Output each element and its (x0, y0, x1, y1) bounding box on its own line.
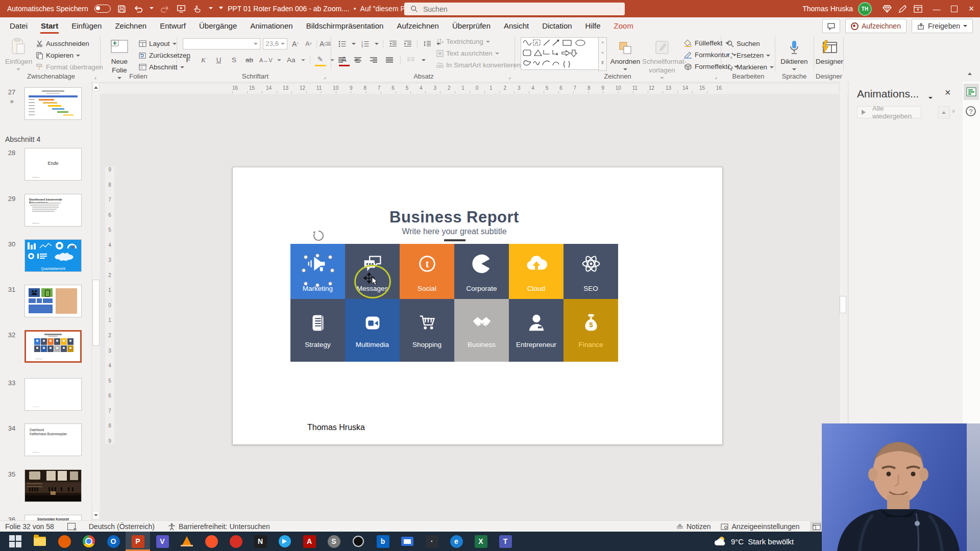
animation-pane-toggle[interactable] (964, 84, 979, 100)
search-bar[interactable] (404, 3, 625, 15)
brave-icon[interactable] (199, 532, 224, 551)
designer-button[interactable]: Designer (816, 37, 842, 66)
undo-icon[interactable] (133, 4, 143, 14)
user-name[interactable]: Thomas Hruska (802, 5, 853, 13)
powerpoint-icon[interactable]: P (126, 532, 150, 551)
rotate-handle-icon[interactable] (312, 230, 325, 242)
line-spacing-button[interactable] (422, 38, 432, 49)
clipboard-dialog-launcher[interactable]: ⌟ (94, 73, 96, 80)
spellcheck-icon[interactable]: ✕ (67, 523, 76, 530)
touch-mode-dropdown-icon[interactable] (209, 7, 213, 11)
section-button[interactable]: Abschnitt (139, 61, 184, 73)
help-icon[interactable]: ? (966, 106, 976, 116)
decrease-indent-button[interactable] (387, 38, 398, 49)
minimize-button[interactable]: — (928, 0, 945, 17)
close-button[interactable]: × (963, 0, 980, 17)
cut-button[interactable]: Ausschneiden (36, 38, 89, 49)
layout-button[interactable]: Layout (139, 38, 177, 49)
slide-title[interactable]: Business Report (290, 208, 618, 227)
change-case-button[interactable]: Aa (286, 55, 297, 65)
collapse-ribbon-icon[interactable] (968, 70, 972, 78)
bullets-button[interactable] (337, 38, 348, 49)
edge-icon[interactable]: e (444, 532, 469, 551)
tab-datei[interactable]: Datei (3, 17, 34, 34)
tab-hilfe[interactable]: Hilfe (579, 17, 607, 34)
find-button[interactable]: Suchen (727, 38, 760, 49)
tile-cloud[interactable]: Cloud (509, 244, 564, 299)
comments-button[interactable] (822, 19, 840, 33)
slide-thumbnail-32[interactable] (24, 330, 82, 363)
tile-social[interactable]: tSocial (400, 244, 454, 299)
scroll-up-icon[interactable] (92, 83, 100, 91)
columns-button[interactable] (406, 55, 416, 65)
gray-app-icon[interactable]: S (322, 532, 346, 551)
firefox-icon[interactable] (52, 532, 77, 551)
slide-thumbnail-36[interactable]: Speiseplan Konzept (24, 515, 82, 520)
slide-thumbnail-34[interactable]: Dashbord Kaffeehaus Businessplan (24, 423, 82, 456)
redo-icon[interactable] (160, 4, 170, 14)
start-slideshow-icon[interactable] (176, 4, 186, 14)
tab-einfügen[interactable]: Einfügen (65, 17, 108, 34)
telegram-icon[interactable] (273, 532, 297, 551)
font-name-input[interactable] (183, 38, 260, 49)
normal-view-button[interactable] (810, 521, 823, 532)
pane-chevron-down-icon[interactable] (928, 94, 933, 103)
selection-handle[interactable] (328, 255, 332, 259)
selection-handle[interactable] (304, 255, 308, 259)
numbering-button[interactable]: 123 (360, 38, 371, 49)
align-center-button[interactable] (353, 55, 363, 65)
record-button[interactable]: Aufzeichnen (845, 19, 906, 33)
selection-handle[interactable] (302, 268, 306, 272)
justify-button[interactable] (384, 55, 395, 65)
tile-finance[interactable]: $Finance (564, 299, 618, 362)
violet-app-icon[interactable]: V (150, 532, 175, 551)
selection-handle[interactable] (304, 282, 308, 286)
slide-thumbnail-27[interactable] (24, 87, 82, 120)
slide-subtitle[interactable]: Write here your great subtitle (290, 227, 618, 236)
select-button[interactable]: Markieren (727, 61, 774, 73)
bold-button[interactable]: F (183, 55, 193, 65)
shape-gallery[interactable]: A {} ˄˅⊽ (521, 37, 599, 70)
format-painter-button[interactable]: Format übertragen (36, 61, 103, 73)
underline-button[interactable]: U (213, 55, 224, 65)
scroll-down-icon[interactable] (92, 511, 100, 519)
increase-font-icon[interactable]: A^ (290, 38, 301, 49)
selection-handle[interactable] (328, 282, 332, 286)
tab-ansicht[interactable]: Ansicht (497, 17, 535, 34)
slide-thumbnail-30[interactable]: Quartalsbericht (24, 239, 82, 272)
tab-bildschirmpräsentation[interactable]: Bildschirmpräsentation (300, 17, 390, 34)
tab-animationen[interactable]: Animationen (243, 17, 299, 34)
tab-zeichnen[interactable]: Zeichnen (108, 17, 153, 34)
tile-business[interactable]: Business (454, 299, 509, 362)
tab-aufzeichnen[interactable]: Aufzeichnen (390, 17, 446, 34)
shape-gallery-scroll[interactable]: ˄˅⊽ (598, 37, 607, 71)
excel-icon[interactable]: X (469, 532, 493, 551)
highlight-color-button[interactable]: ✎ (315, 54, 326, 66)
increase-indent-button[interactable] (402, 38, 413, 49)
char-spacing-button[interactable]: A↔V (259, 55, 273, 65)
drawing-dialog-launcher[interactable]: ⌟ (715, 73, 717, 80)
clear-formatting-icon[interactable]: A⌫ (320, 38, 331, 49)
avatar[interactable]: TH (858, 2, 872, 16)
tile-corporate[interactable]: Corporate (454, 244, 509, 299)
align-text-button[interactable]: Text ausrichten (436, 47, 499, 59)
tab-start[interactable]: Start (34, 17, 65, 34)
coming-soon-pen-icon[interactable] (897, 4, 908, 14)
tile-shopping[interactable]: Shopping (400, 299, 454, 362)
remote-desktop-icon[interactable] (395, 532, 420, 551)
slide-thumbnail-28[interactable]: Ende (24, 148, 82, 181)
save-icon[interactable] (117, 4, 127, 14)
slide-thumbnail-31[interactable] (24, 285, 82, 317)
share-button[interactable]: Freigeben (912, 19, 973, 33)
font-dialog-launcher[interactable]: ⌟ (324, 73, 326, 80)
tile-messages[interactable]: Messages (345, 244, 400, 299)
tile-multimedia[interactable]: Multimedia (345, 299, 400, 362)
dictate-button[interactable]: Diktieren (778, 37, 811, 74)
move-later-button[interactable]: ˅ (952, 108, 955, 114)
file-explorer-icon[interactable] (28, 532, 52, 551)
selection-handle[interactable] (315, 254, 320, 258)
teams-icon[interactable]: T (493, 532, 518, 551)
paragraph-dialog-launcher[interactable]: ⌟ (508, 73, 511, 80)
tab-dictation[interactable]: Dictation (535, 17, 578, 34)
taskbar-weather[interactable]: 9°C Stark bewölkt (714, 532, 794, 551)
